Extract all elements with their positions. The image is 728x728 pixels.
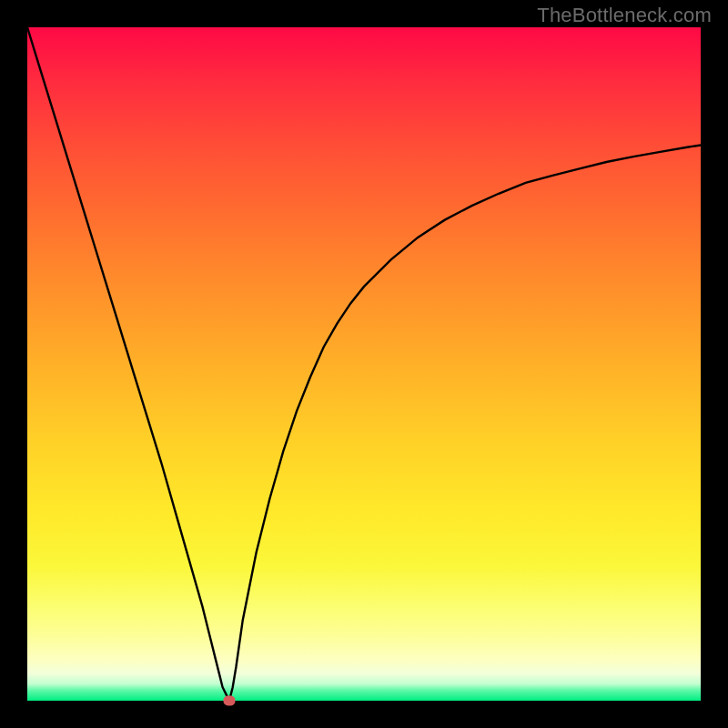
chart-container: TheBottleneck.com bbox=[0, 0, 728, 728]
bottleneck-curve bbox=[27, 27, 701, 701]
trough-marker-icon bbox=[224, 696, 236, 706]
plot-area bbox=[27, 27, 701, 701]
watermark-text: TheBottleneck.com bbox=[537, 4, 712, 27]
